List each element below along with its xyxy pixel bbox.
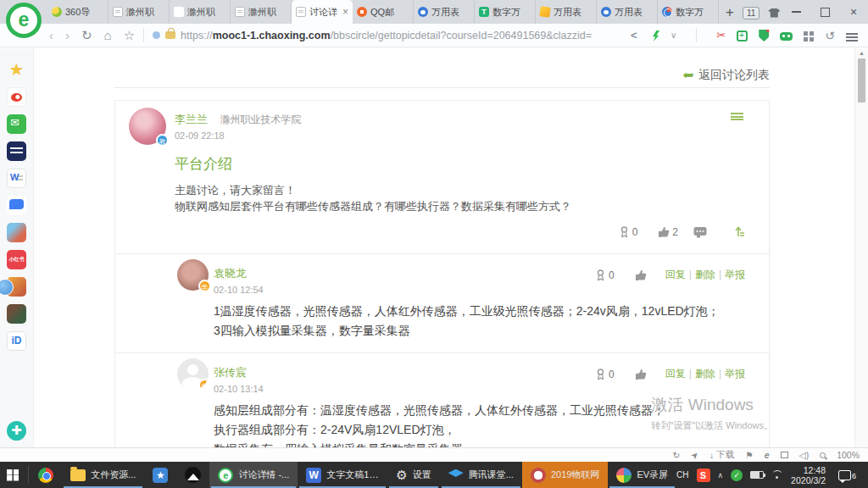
reply-link[interactable]: 回复 xyxy=(665,368,686,380)
tab-close-icon[interactable]: × xyxy=(342,6,348,18)
game-1-icon[interactable] xyxy=(7,223,26,242)
delete-link[interactable]: 删除 xyxy=(695,368,715,380)
game-3-icon[interactable] xyxy=(7,304,26,324)
vertical-scrollbar[interactable]: ▲ xyxy=(854,48,868,447)
tab-count-badge[interactable]: 11 xyxy=(743,7,760,19)
sort-top-button[interactable] xyxy=(732,226,745,238)
taskbar-settings[interactable]: ⚙设置 xyxy=(387,462,439,488)
avatar[interactable]: 学 xyxy=(177,259,209,291)
zoom-level[interactable]: 100% xyxy=(837,450,860,460)
window-mode-icon[interactable] xyxy=(781,452,788,458)
id-app-icon[interactable]: iD xyxy=(7,331,26,351)
scrollbar-thumb[interactable] xyxy=(858,58,865,103)
tab-digital-1[interactable]: T数字万 xyxy=(475,0,536,24)
start-button[interactable] xyxy=(0,462,26,488)
xiaohongshu-icon[interactable]: 小红书 xyxy=(7,250,26,269)
taskbar-iot-2019[interactable]: 2019物联网 xyxy=(522,462,608,488)
comment-button[interactable] xyxy=(693,226,707,238)
taskbar-file-explorer[interactable]: 文件资源... xyxy=(62,462,144,488)
speed-bolt-icon[interactable] xyxy=(653,30,659,42)
chat-icon[interactable] xyxy=(7,196,26,215)
favorite-star-icon[interactable]: ☆ xyxy=(124,28,135,43)
browser-logo-icon[interactable]: e xyxy=(6,3,42,38)
share-icon[interactable] xyxy=(628,29,642,42)
speaker-icon[interactable]: ◁) xyxy=(799,450,810,460)
avatar[interactable]: 教 xyxy=(129,108,166,145)
scissors-clip-icon[interactable]: ✂ xyxy=(716,29,726,42)
award-button[interactable]: 0 xyxy=(595,369,615,380)
back-to-discussion-list-link[interactable]: ➥ 返回讨论列表 xyxy=(682,67,770,83)
chevron-down-icon[interactable]: ∨ xyxy=(670,30,676,40)
security-shield-icon[interactable] xyxy=(759,30,769,42)
like-button[interactable]: 2 xyxy=(658,226,678,238)
tab-chuzhou-2[interactable]: 滁州职 xyxy=(170,0,231,24)
add-app-icon[interactable]: ✚ xyxy=(7,421,26,441)
minimize-button[interactable] xyxy=(782,0,810,24)
search-zoom-icon[interactable] xyxy=(820,452,826,458)
download-button[interactable]: ↓下载 xyxy=(709,449,734,461)
theme-skin-icon[interactable] xyxy=(768,8,780,18)
sogou-input-icon[interactable]: S xyxy=(697,469,710,482)
qa-app-icon[interactable] xyxy=(7,141,26,161)
award-button[interactable]: 0 xyxy=(595,269,615,281)
tab-multimeter-2[interactable]: 万用表 xyxy=(536,0,597,24)
taskbar-tencent-classroom[interactable]: 腾讯课堂... xyxy=(440,462,522,488)
reply-link[interactable]: 回复 xyxy=(665,269,686,280)
tab-multimeter-1[interactable]: 万用表 xyxy=(414,0,475,24)
address-bar[interactable]: https://mooc1-1.chaoxing.com/bbscircle/g… xyxy=(153,30,628,42)
gamepad-icon[interactable] xyxy=(780,32,793,41)
scroll-up-icon[interactable]: ▲ xyxy=(859,50,865,56)
taskbar-browser-discussion[interactable]: e讨论详情 -... xyxy=(209,462,298,488)
favorites-star-icon[interactable]: ★ xyxy=(7,60,26,80)
close-button[interactable]: × xyxy=(839,0,868,24)
taskbar-wps-doc[interactable]: W文字文稿1 ... xyxy=(298,462,387,488)
report-link[interactable]: 举报 xyxy=(725,269,745,280)
menu-icon[interactable] xyxy=(846,33,858,42)
tab-chuzhou-3[interactable]: 滁州职 xyxy=(231,0,292,24)
like-button[interactable] xyxy=(635,269,647,281)
taskbar-star-app[interactable]: ★ xyxy=(144,462,176,488)
screenshot-icon[interactable] xyxy=(737,30,748,42)
tray-expand-icon[interactable]: ∧ xyxy=(718,471,724,480)
language-indicator[interactable]: CH xyxy=(676,470,688,480)
taskbar-photos[interactable] xyxy=(176,462,209,488)
taskbar-chrome[interactable] xyxy=(30,462,62,488)
tab-multimeter-3[interactable]: 万用表 xyxy=(597,0,658,24)
antivirus-shield-icon[interactable]: ✓ xyxy=(731,469,743,481)
tab-discussion-active[interactable]: 讨论详× xyxy=(292,0,353,24)
maximize-button[interactable] xyxy=(810,0,839,24)
mail-icon[interactable] xyxy=(7,114,26,134)
avatar[interactable]: 学 xyxy=(177,358,209,390)
award-button[interactable]: 0 xyxy=(619,226,638,238)
tab-chuzhou-1[interactable]: 滁州职 xyxy=(108,0,170,24)
home-icon[interactable]: ⌂ xyxy=(104,28,112,42)
weibo-icon[interactable] xyxy=(7,87,26,107)
report-link[interactable]: 举报 xyxy=(725,368,745,380)
flag-icon[interactable]: ⚑ xyxy=(745,450,753,460)
game-2-icon[interactable] xyxy=(7,277,26,297)
ie-compat-icon[interactable]: e xyxy=(765,450,770,460)
back-icon[interactable]: ‹ xyxy=(49,28,53,42)
like-button[interactable] xyxy=(635,369,647,380)
undo-icon[interactable]: ↺ xyxy=(825,29,835,42)
new-tab-button[interactable]: + xyxy=(726,2,734,24)
word-doc-icon[interactable] xyxy=(7,169,26,188)
apps-grid-icon[interactable] xyxy=(804,31,814,42)
notification-center[interactable]: 6 xyxy=(833,470,861,480)
tab-qqmail[interactable]: QQ邮 xyxy=(353,0,414,24)
wifi-icon[interactable] xyxy=(771,470,783,480)
taskbar-ev-recorder[interactable]: EV录屏 xyxy=(608,462,676,488)
tab-digital-2[interactable]: 数字万 xyxy=(658,0,719,24)
forward-icon[interactable]: › xyxy=(65,28,70,42)
rocket-boost-icon[interactable]: ➤ xyxy=(688,449,701,462)
author-name[interactable]: 李兰兰 xyxy=(175,113,208,125)
url-text[interactable]: https://mooc1-1.chaoxing.com/bbscircle/g… xyxy=(181,30,592,42)
floating-ball-icon[interactable] xyxy=(0,279,14,296)
battery-icon[interactable] xyxy=(750,471,764,479)
tab-360nav[interactable]: 360导 xyxy=(47,0,108,24)
post-menu-icon[interactable] xyxy=(731,113,743,120)
clock[interactable]: 12:482020/3/2 xyxy=(791,465,826,485)
delete-link[interactable]: 删除 xyxy=(695,269,715,280)
sync-icon[interactable]: ↻ xyxy=(672,450,680,460)
refresh-icon[interactable]: ↻ xyxy=(81,28,92,43)
